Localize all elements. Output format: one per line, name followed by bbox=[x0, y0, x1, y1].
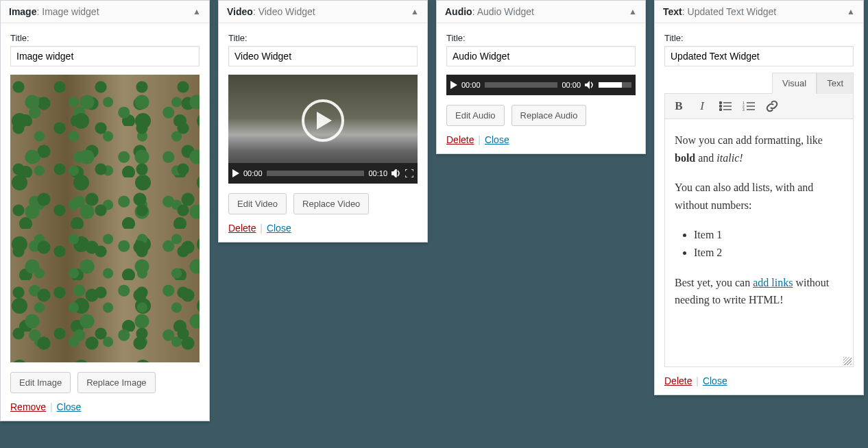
italic-icon[interactable]: I bbox=[695, 99, 709, 113]
title-input[interactable] bbox=[228, 46, 418, 66]
close-link[interactable]: Close bbox=[267, 223, 291, 234]
widget-type: Video bbox=[227, 6, 253, 17]
collapse-icon[interactable]: ▲ bbox=[193, 7, 201, 16]
svg-text:3: 3 bbox=[743, 108, 745, 111]
title-label: Title: bbox=[10, 33, 200, 43]
delete-link[interactable]: Delete bbox=[446, 134, 474, 145]
video-progress[interactable] bbox=[267, 171, 365, 176]
tab-text[interactable]: Text bbox=[817, 73, 854, 94]
volume-icon[interactable] bbox=[391, 169, 401, 177]
numbered-list-icon[interactable]: 123 bbox=[742, 99, 756, 113]
resize-handle[interactable] bbox=[843, 357, 852, 365]
svg-point-4 bbox=[720, 109, 722, 111]
collapse-icon[interactable]: ▲ bbox=[629, 7, 637, 16]
time-current: 00:00 bbox=[461, 81, 481, 89]
video-preview[interactable]: 00:00 00:10 bbox=[228, 75, 418, 184]
widget-name: : Video Widget bbox=[253, 6, 315, 17]
video-widget: Video: Video Widget ▲ Title: 00:00 00:10 bbox=[218, 0, 428, 242]
title-input[interactable] bbox=[10, 46, 200, 66]
title-label: Title: bbox=[446, 33, 636, 43]
replace-video-button[interactable]: Replace Video bbox=[293, 193, 369, 214]
close-link[interactable]: Close bbox=[57, 401, 82, 412]
time-total: 00:10 bbox=[368, 169, 387, 177]
title-label: Title: bbox=[228, 33, 418, 43]
collapse-icon[interactable]: ▲ bbox=[411, 7, 419, 16]
tab-visual[interactable]: Visual bbox=[772, 73, 817, 94]
replace-audio-button[interactable]: Replace Audio bbox=[511, 105, 587, 126]
bold-icon[interactable]: B bbox=[672, 99, 686, 113]
widget-name: : Image widget bbox=[36, 6, 99, 17]
text-widget: Text: Updated Text Widget ▲ Title: Visua… bbox=[654, 0, 864, 395]
widget-header[interactable]: Video: Video Widget ▲ bbox=[219, 1, 427, 23]
image-widget: Image: Image widget ▲ Title: Edit Image … bbox=[0, 0, 210, 421]
text-editor[interactable]: Now you can add formatting, like bold an… bbox=[664, 119, 854, 367]
title-input[interactable] bbox=[446, 46, 636, 66]
widget-type: Image bbox=[9, 6, 36, 17]
svg-point-0 bbox=[720, 102, 722, 104]
collapse-icon[interactable]: ▲ bbox=[847, 7, 855, 16]
list-item: Item 1 bbox=[694, 226, 843, 244]
content-link[interactable]: add links bbox=[753, 277, 793, 288]
widget-type: Audio bbox=[445, 6, 472, 17]
time-current: 00:00 bbox=[243, 169, 263, 177]
time-total: 00:00 bbox=[562, 81, 581, 89]
widget-name: : Audio Widget bbox=[472, 6, 534, 17]
volume-icon[interactable] bbox=[585, 81, 594, 89]
delete-link[interactable]: Delete bbox=[664, 375, 692, 386]
title-label: Title: bbox=[664, 33, 854, 43]
fullscreen-icon[interactable] bbox=[405, 169, 413, 177]
link-icon[interactable] bbox=[765, 99, 779, 113]
editor-toolbar: B I 123 bbox=[664, 93, 854, 119]
play-icon[interactable] bbox=[232, 169, 239, 177]
widget-type: Text bbox=[663, 6, 682, 17]
edit-video-button[interactable]: Edit Video bbox=[228, 193, 287, 214]
delete-link[interactable]: Delete bbox=[228, 223, 256, 234]
audio-player: 00:00 00:00 bbox=[446, 75, 636, 95]
replace-image-button[interactable]: Replace Image bbox=[77, 372, 155, 393]
title-input[interactable] bbox=[664, 46, 854, 66]
close-link[interactable]: Close bbox=[485, 134, 509, 145]
volume-slider[interactable] bbox=[599, 82, 631, 88]
edit-image-button[interactable]: Edit Image bbox=[10, 372, 71, 393]
widget-name: : Updated Text Widget bbox=[682, 6, 777, 17]
bullet-list-icon[interactable] bbox=[719, 99, 732, 113]
widget-header[interactable]: Audio: Audio Widget ▲ bbox=[437, 1, 645, 23]
play-icon[interactable] bbox=[450, 81, 457, 89]
edit-audio-button[interactable]: Edit Audio bbox=[446, 105, 505, 126]
play-button[interactable] bbox=[302, 99, 344, 142]
video-controls: 00:00 00:10 bbox=[228, 163, 418, 184]
close-link[interactable]: Close bbox=[703, 375, 727, 386]
image-preview[interactable] bbox=[10, 75, 200, 362]
audio-progress[interactable] bbox=[485, 82, 558, 88]
widget-header[interactable]: Text: Updated Text Widget ▲ bbox=[655, 1, 863, 23]
list-item: Item 2 bbox=[694, 244, 843, 262]
widget-header[interactable]: Image: Image widget ▲ bbox=[1, 1, 209, 23]
audio-widget: Audio: Audio Widget ▲ Title: 00:00 00:00… bbox=[436, 0, 646, 154]
svg-point-2 bbox=[720, 105, 722, 108]
remove-link[interactable]: Remove bbox=[10, 401, 46, 412]
